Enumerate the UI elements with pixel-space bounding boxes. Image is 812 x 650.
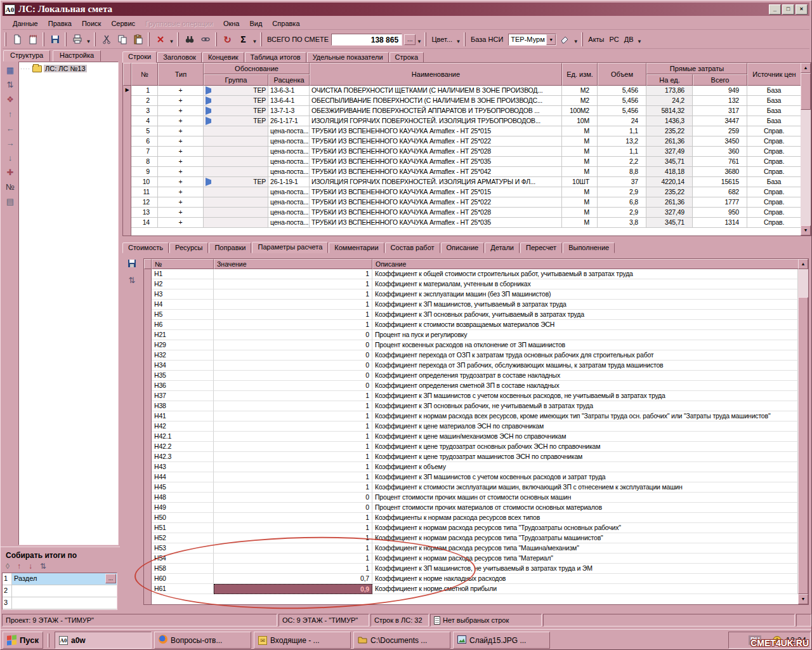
move-left-icon[interactable]: ←: [4, 124, 16, 134]
header-per-unit[interactable]: На ед.: [646, 74, 693, 86]
color-button[interactable]: Цвет...: [431, 36, 452, 43]
estimate-row-3[interactable]: 3+ТЕР13-7-1-3ОБЕЗЖИРИВАНИЕ ПОВЕРХНОСТЕЙ …: [123, 106, 811, 116]
totals-row-1[interactable]: 1Раздел...: [3, 573, 117, 585]
param-row-Н1[interactable]: Н11Коэффициент к общей стоимости строите…: [144, 269, 808, 279]
param-row-Н58[interactable]: Н581Коэффициент к ЗП машинистов, не учит…: [144, 564, 808, 574]
maximize-button[interactable]: □: [782, 4, 794, 15]
toolbar-grip[interactable]: [260, 32, 262, 46]
params-header-desc[interactable]: Описание: [372, 259, 808, 269]
tab-detali[interactable]: Детали: [485, 242, 520, 253]
param-value[interactable]: 0: [214, 340, 372, 350]
totals-row-3[interactable]: 3: [3, 597, 117, 609]
param-value[interactable]: 1: [214, 452, 372, 462]
sort-params-button[interactable]: ⇅: [129, 275, 136, 285]
minimize-button[interactable]: _: [769, 4, 781, 15]
param-value[interactable]: 0: [214, 330, 372, 340]
params-header-value[interactable]: Значение: [214, 259, 372, 269]
header-direct-costs[interactable]: Прямые затраты: [646, 63, 747, 74]
sum-button[interactable]: Σ: [235, 32, 251, 47]
param-value[interactable]: 1: [214, 279, 372, 289]
totals-more-button[interactable]: ...: [105, 574, 116, 583]
param-row-Н36[interactable]: Н360Коэффициент определения сметной ЗП в…: [144, 381, 808, 391]
rs-button[interactable]: РС: [610, 36, 619, 43]
estimate-row-10[interactable]: 10+ТЕР26-1-19-1ИЗОЛЯЦИЯ ГОРЯЧИХ ПОВЕРХНО…: [123, 177, 811, 187]
tab-udelnye-pokazateli[interactable]: Удельные показатели: [307, 52, 389, 63]
param-value[interactable]: 1: [214, 533, 372, 543]
acts-button[interactable]: Акты: [588, 36, 604, 43]
toolbar-grip[interactable]: [43, 32, 44, 46]
nsi-base-combobox[interactable]: ТЕР-Мурм ▼: [508, 34, 556, 46]
dv-button[interactable]: ДВ: [624, 36, 634, 43]
param-value[interactable]: 1: [214, 411, 372, 421]
param-row-Н4[interactable]: Н41Коэффициент к ЗП машинистов, учитывае…: [144, 300, 808, 310]
header-rate[interactable]: Расценка: [268, 74, 310, 86]
estimate-row-8[interactable]: 8+цена-поста...ТРУБКИ ИЗ ВСПЕНЕННОГО КАУ…: [123, 157, 811, 167]
task-button-a0w[interactable]: А0a0w: [55, 632, 152, 649]
task-button-explorer[interactable]: C:\Documents ...: [353, 632, 450, 649]
move-down-icon[interactable]: ↓: [29, 562, 32, 571]
scroll-up-button[interactable]: ▲: [801, 63, 811, 73]
eraser-icon[interactable]: ◊: [6, 562, 10, 571]
tab-tablica-itogov[interactable]: Таблица итогов: [245, 52, 306, 63]
move-up-icon[interactable]: ↑: [17, 562, 21, 571]
param-value[interactable]: 1: [214, 554, 372, 564]
estimate-row-12[interactable]: 12+цена-поста...ТРУБКИ ИЗ ВСПЕНЕННОГО КА…: [123, 197, 811, 208]
header-name[interactable]: Наименование: [310, 63, 562, 86]
delete-button[interactable]: [152, 32, 168, 47]
find-button[interactable]: [181, 32, 197, 47]
menu-item-service[interactable]: Сервис: [106, 18, 140, 29]
estimate-row-7[interactable]: 7+цена-поста...ТРУБКИ ИЗ ВСПЕНЕННОГО КАУ…: [123, 147, 811, 157]
param-value[interactable]: 1: [214, 310, 372, 320]
renumber-icon[interactable]: №: [4, 182, 16, 192]
param-value[interactable]: 1: [214, 482, 372, 493]
tab-stoimost[interactable]: Стоимость: [122, 242, 169, 253]
estimate-row-2[interactable]: 2+ТЕР13-6-4-1ОБЕСПЫЛИВАНИЕ ПОВЕРХНОСТИ (…: [123, 96, 811, 106]
param-row-Н49[interactable]: Н490Процент стоимости прочих материалов …: [144, 503, 808, 513]
header-type[interactable]: Тип: [158, 63, 204, 86]
estimate-row-6[interactable]: 6+цена-поста...ТРУБКИ ИЗ ВСПЕНЕННОГО КАУ…: [123, 136, 811, 147]
param-row-Н52[interactable]: Н521Коэффициент к нормам расхода ресурсо…: [144, 533, 808, 543]
paste-button[interactable]: [130, 32, 146, 47]
param-value[interactable]: 0: [214, 350, 372, 361]
menu-item-windows[interactable]: Окна: [218, 18, 245, 29]
tab-vypolnenie[interactable]: Выполнение: [563, 242, 615, 253]
param-value[interactable]: 1: [214, 472, 372, 482]
start-button[interactable]: Пуск: [3, 632, 43, 649]
param-row-Н34[interactable]: Н340Коэффициент перехода от ЗП рабочих, …: [144, 361, 808, 371]
param-row-Н35[interactable]: Н350Коэффициент определения трудозатрат …: [144, 371, 808, 381]
estimate-row-5[interactable]: 5+цена-поста...ТРУБКИ ИЗ ВСПЕНЕННОГО КАУ…: [123, 126, 811, 136]
color-mark-icon[interactable]: ❖: [4, 95, 16, 105]
param-row-Н53[interactable]: Н531Коэффициент к нормам расхода ресурсо…: [144, 543, 808, 554]
totals-row-value[interactable]: [12, 597, 117, 609]
scroll-thumb[interactable]: [801, 73, 811, 110]
totals-row-value[interactable]: [12, 585, 117, 597]
delete-dropdown[interactable]: ▼: [168, 32, 175, 47]
notes-button[interactable]: [25, 32, 41, 47]
header-group[interactable]: Группа: [204, 74, 268, 86]
task-button-firefox[interactable]: Вопросы-отв...: [154, 632, 251, 649]
task-button-mail[interactable]: ✉Входящие - ...: [254, 632, 351, 649]
toolbar-grip[interactable]: [4, 32, 6, 46]
scroll-down-button[interactable]: ▼: [798, 594, 808, 604]
param-value[interactable]: 1: [214, 320, 372, 330]
header-justification[interactable]: Обоснование: [204, 63, 310, 74]
tab-resursy[interactable]: Ресурсы: [169, 242, 208, 253]
param-row-Н5[interactable]: Н51Коэффициент к ЗП основных рабочих, уч…: [144, 310, 808, 320]
tab-popravki[interactable]: Поправки: [209, 242, 251, 253]
base-dropdown[interactable]: ▼: [572, 32, 579, 47]
estimate-row-1[interactable]: ▶1+ТЕР13-6-3-1ОЧИСТКА ПОВЕРХНОСТИ ЩЕТКАМ…: [123, 86, 811, 96]
total-more-button[interactable]: ...: [404, 34, 416, 45]
close-button[interactable]: ×: [796, 4, 808, 15]
card-view-icon[interactable]: ▦: [4, 65, 16, 76]
param-row-Н2[interactable]: Н21Коэффициент к материалам, учтенным в …: [144, 279, 808, 289]
param-value[interactable]: 1: [214, 543, 372, 554]
param-value[interactable]: 1: [214, 513, 372, 523]
sort-icon[interactable]: ⇅: [4, 80, 16, 90]
menu-item-edit[interactable]: Правка: [43, 18, 77, 29]
tab-zagolovok[interactable]: Заголовок: [157, 52, 202, 63]
sort-levels-icon[interactable]: ⇅: [40, 562, 46, 571]
scroll-up-button[interactable]: ▲: [798, 259, 808, 269]
param-row-Н51[interactable]: Н511Коэффициент к нормам расхода ресурсо…: [144, 523, 808, 533]
move-down-icon[interactable]: ↓: [4, 153, 16, 163]
param-value[interactable]: 1: [214, 564, 372, 574]
